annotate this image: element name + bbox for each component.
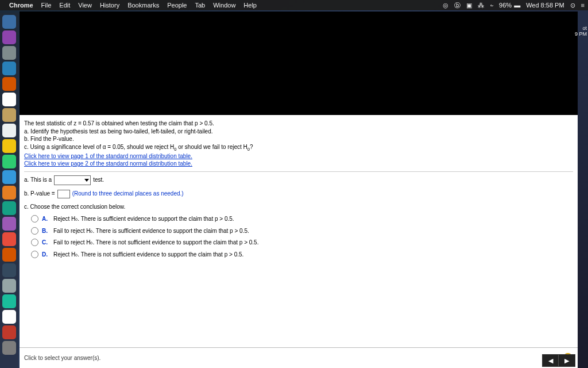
notif-line1: ot [575,25,587,31]
dock-app-3[interactable] [2,62,16,75]
menu-help[interactable]: Help [243,2,257,9]
dock-app-7[interactable] [2,124,16,137]
dock-app-9[interactable] [2,155,16,168]
status-battery[interactable]: 96% ▬ [499,2,520,9]
battery-percent: 96% [499,2,512,9]
answer-b-label: b. P-value = [24,190,55,198]
chevron-down-icon [84,179,89,182]
z-table-link-2[interactable]: Click here to view page 2 of the standar… [24,160,192,167]
p-value-input[interactable] [57,190,70,198]
dock-app-14[interactable] [2,232,16,246]
pagination-arrows: ◀ ▶ [542,354,575,367]
menu-bookmarks[interactable]: Bookmarks [127,2,159,9]
choice-c-text: Fail to reject H₀. There is not sufficie… [53,239,258,247]
choice-c-row[interactable]: C. Fail to reject H₀. There is not suffi… [31,239,573,247]
question-part-a: a. Identify the hypothesis test as being… [24,128,573,136]
menu-edit[interactable]: Edit [59,2,70,9]
dock-app-4[interactable] [2,77,16,91]
question-panel: The test statistic of z = 0.57 is obtain… [24,120,573,345]
dock-app-2[interactable] [2,46,16,60]
choice-d-row[interactable]: D. Reject H₀. There is not sufficient ev… [31,251,573,259]
choice-c-letter: C. [42,239,50,247]
answer-a-label: a. This is a [24,176,52,184]
app-window: The test statistic of z = 0.57 is obtain… [20,12,578,368]
dock-app-21[interactable] [2,341,16,355]
answer-b-row: b. P-value = (Round to three decimal pla… [24,190,573,198]
choice-c-radio[interactable] [31,239,38,246]
macos-menubar: Chrome File Edit View History Bookmarks … [0,0,588,10]
status-b-icon[interactable]: ⓑ [454,1,461,10]
status-menu-icon[interactable]: ≡ [581,2,585,9]
answer-b-hint: (Round to three decimal places as needed… [72,190,184,198]
dock-app-19[interactable] [2,310,16,324]
choice-d-radio[interactable] [31,251,38,258]
status-wifi-icon[interactable]: ⧜ [490,2,493,9]
status-sync-icon[interactable]: ◎ [443,2,448,9]
choice-a-letter: A. [42,215,50,223]
answer-a-row: a. This is a test. [24,175,573,185]
z-table-link-1[interactable]: Click here to view page 1 of the standar… [24,153,192,159]
dock-app-6[interactable] [2,108,16,122]
answer-a-suffix: test. [93,176,104,184]
dock-app-17[interactable] [2,279,16,293]
prev-button[interactable]: ◀ [543,355,559,366]
choice-b-radio[interactable] [31,227,38,235]
dock-app-13[interactable] [2,217,16,231]
menu-people[interactable]: People [167,2,187,9]
choice-b-text: Fail to reject H₀. There is sufficient e… [53,227,249,235]
question-part-b: b. Find the P-value. [24,135,573,143]
dock-app-16[interactable] [2,263,16,277]
multiple-choice: A. Reject H₀. There is sufficient eviden… [31,215,573,258]
menu-tab[interactable]: Tab [195,2,205,9]
choice-b-row[interactable]: B. Fail to reject H₀. There is sufficien… [31,227,573,235]
next-button[interactable]: ▶ [559,355,575,366]
dock-app-18[interactable] [2,294,16,308]
tail-type-dropdown[interactable] [54,175,91,185]
dock-app-10[interactable] [2,170,16,184]
status-display-icon[interactable]: ▣ [466,2,472,9]
notif-line2: 9 PM [575,31,587,37]
choice-d-letter: D. [42,251,50,259]
dock-app-5[interactable] [2,93,16,106]
dock-app-8[interactable] [2,139,16,153]
choice-a-row[interactable]: A. Reject H₀. There is sufficient eviden… [31,215,573,223]
status-user-icon[interactable]: ⊙ [570,2,575,9]
divider [24,171,573,172]
menu-window[interactable]: Window [213,2,235,9]
dock-app-11[interactable] [2,186,16,200]
menu-app[interactable]: Chrome [9,2,33,9]
dock-app-0[interactable] [2,15,16,29]
dock-app-20[interactable] [2,325,16,339]
answer-c-title: c. Choose the correct conclusion below. [24,203,573,211]
menu-history[interactable]: History [100,2,119,9]
dock-app-15[interactable] [2,248,16,262]
choice-a-text: Reject H₀. There is sufficient evidence … [53,215,234,223]
status-clock[interactable]: Wed 8:58 PM [526,2,564,9]
question-part-c: c. Using a significance level of α = 0.0… [24,143,573,152]
menu-file[interactable]: File [41,2,52,9]
dock-app-12[interactable] [2,201,16,215]
status-bluetooth-icon[interactable]: ⁂ [478,2,484,9]
menu-view[interactable]: View [78,2,92,9]
dock-app-1[interactable] [2,30,16,44]
background-notification: ot 9 PM [575,25,588,37]
choice-a-radio[interactable] [31,215,38,223]
blacked-out-region [20,12,578,115]
choice-d-text: Reject H₀. There is not sufficient evide… [53,251,243,259]
battery-icon: ▬ [514,2,520,9]
macos-dock [0,13,18,368]
footer-bar: Click to select your answer(s). ? [20,347,578,368]
footer-hint: Click to select your answer(s). [24,355,100,361]
question-intro: The test statistic of z = 0.57 is obtain… [24,120,573,128]
choice-b-letter: B. [42,227,50,235]
